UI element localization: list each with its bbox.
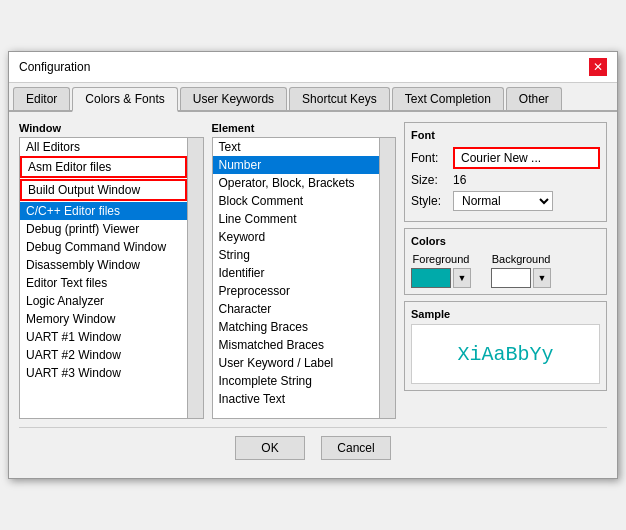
element-list-item[interactable]: Matching Braces	[213, 318, 380, 336]
background-swatch-row: ▼	[491, 268, 551, 288]
element-list-item[interactable]: Operator, Block, Brackets	[213, 174, 380, 192]
font-style-select[interactable]: Normal Bold Italic Bold Italic	[453, 191, 553, 211]
window-list-item[interactable]: Build Output Window	[20, 179, 187, 201]
tab-user-keywords[interactable]: User Keywords	[180, 87, 287, 110]
cancel-button[interactable]: Cancel	[321, 436, 391, 460]
font-section: Font Font: Courier New ... Size: 16 Styl…	[404, 122, 607, 222]
element-list-item[interactable]: Keyword	[213, 228, 380, 246]
font-name-row: Font: Courier New ...	[411, 147, 600, 169]
element-list-item[interactable]: User Keyword / Label	[213, 354, 380, 372]
font-style-label: Style:	[411, 194, 449, 208]
window-panel-title: Window	[19, 122, 204, 134]
close-button[interactable]: ✕	[589, 58, 607, 76]
background-swatch[interactable]	[491, 268, 531, 288]
foreground-label: Foreground	[413, 253, 470, 265]
font-label: Font:	[411, 151, 449, 165]
element-list-item[interactable]: String	[213, 246, 380, 264]
element-list-item[interactable]: Mismatched Braces	[213, 336, 380, 354]
element-panel-title: Element	[212, 122, 397, 134]
dialog-title: Configuration	[19, 60, 90, 74]
window-section: Window All EditorsAsm Editor filesBuild …	[19, 122, 204, 419]
element-list-item[interactable]: Inactive Text	[213, 390, 380, 408]
window-list-item[interactable]: C/C++ Editor files	[20, 202, 187, 220]
tab-text-completion[interactable]: Text Completion	[392, 87, 504, 110]
element-scrollbar[interactable]	[379, 138, 395, 418]
window-list-item[interactable]: Asm Editor files	[20, 156, 187, 178]
font-name-input[interactable]: Courier New ...	[453, 147, 600, 169]
window-list-item[interactable]: Debug (printf) Viewer	[20, 220, 187, 238]
font-size-label: Size:	[411, 173, 449, 187]
element-section: Element TextNumberOperator, Block, Brack…	[212, 122, 397, 419]
title-bar: Configuration ✕	[9, 52, 617, 83]
window-list[interactable]: All EditorsAsm Editor filesBuild Output …	[20, 138, 187, 418]
element-list[interactable]: TextNumberOperator, Block, BracketsBlock…	[213, 138, 380, 418]
window-list-container: All EditorsAsm Editor filesBuild Output …	[19, 137, 204, 419]
window-list-item[interactable]: Disassembly Window	[20, 256, 187, 274]
tab-colors-fonts[interactable]: Colors & Fonts	[72, 87, 177, 112]
window-list-item[interactable]: Editor Text files	[20, 274, 187, 292]
element-list-item[interactable]: Text	[213, 138, 380, 156]
foreground-swatch[interactable]	[411, 268, 451, 288]
window-list-item[interactable]: UART #1 Window	[20, 328, 187, 346]
element-list-container: TextNumberOperator, Block, BracketsBlock…	[212, 137, 397, 419]
colors-section: Colors Foreground ▼ Background	[404, 228, 607, 295]
button-bar: OK Cancel	[19, 427, 607, 468]
tab-other[interactable]: Other	[506, 87, 562, 110]
window-list-item[interactable]: Logic Analyzer	[20, 292, 187, 310]
font-colors-panel: Font Font: Courier New ... Size: 16 Styl…	[404, 122, 607, 419]
foreground-swatch-row: ▼	[411, 268, 471, 288]
font-size-value: 16	[453, 173, 466, 187]
element-list-item[interactable]: Character	[213, 300, 380, 318]
window-list-item[interactable]: UART #2 Window	[20, 346, 187, 364]
colors-row: Foreground ▼ Background ▼	[411, 253, 600, 288]
font-style-row: Style: Normal Bold Italic Bold Italic	[411, 191, 600, 211]
element-list-item[interactable]: Block Comment	[213, 192, 380, 210]
tab-editor[interactable]: Editor	[13, 87, 70, 110]
window-scrollbar[interactable]	[187, 138, 203, 418]
sample-text: XiAaBbYy	[458, 343, 554, 366]
tab-bar: Editor Colors & Fonts User Keywords Shor…	[9, 83, 617, 112]
configuration-dialog: Configuration ✕ Editor Colors & Fonts Us…	[8, 51, 618, 479]
panels-row: Window All EditorsAsm Editor filesBuild …	[19, 122, 607, 419]
window-list-item[interactable]: Memory Window	[20, 310, 187, 328]
window-list-item[interactable]: UART #3 Window	[20, 364, 187, 382]
foreground-col: Foreground ▼	[411, 253, 471, 288]
sample-section: Sample XiAaBbYy	[404, 301, 607, 391]
font-section-title: Font	[411, 129, 600, 141]
font-size-row: Size: 16	[411, 173, 600, 187]
background-col: Background ▼	[491, 253, 551, 288]
window-list-item[interactable]: All Editors	[20, 138, 187, 156]
element-list-item[interactable]: Preprocessor	[213, 282, 380, 300]
main-content: Window All EditorsAsm Editor filesBuild …	[9, 112, 617, 478]
element-list-item[interactable]: Incomplete String	[213, 372, 380, 390]
sample-box: XiAaBbYy	[411, 324, 600, 384]
element-list-item[interactable]: Line Comment	[213, 210, 380, 228]
background-label: Background	[492, 253, 551, 265]
tab-shortcut-keys[interactable]: Shortcut Keys	[289, 87, 390, 110]
foreground-dropdown-button[interactable]: ▼	[453, 268, 471, 288]
window-list-item[interactable]: Debug Command Window	[20, 238, 187, 256]
background-dropdown-button[interactable]: ▼	[533, 268, 551, 288]
ok-button[interactable]: OK	[235, 436, 305, 460]
colors-title: Colors	[411, 235, 600, 247]
element-list-item[interactable]: Identifier	[213, 264, 380, 282]
element-list-item[interactable]: Number	[213, 156, 380, 174]
sample-title: Sample	[411, 308, 600, 320]
